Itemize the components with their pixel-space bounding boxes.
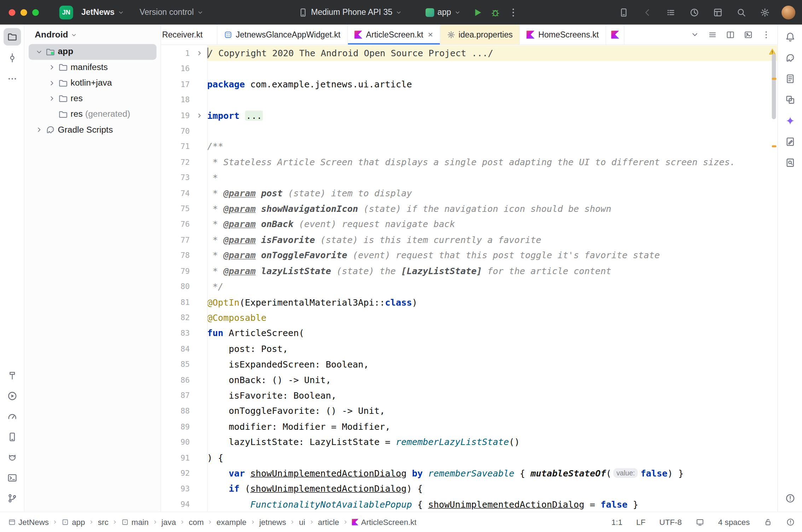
- logcat-cat-button[interactable]: [3, 449, 21, 466]
- line-number[interactable]: 92: [161, 466, 192, 481]
- close-window-button[interactable]: [9, 9, 16, 16]
- line-number[interactable]: 1: [161, 46, 192, 61]
- line-number[interactable]: 93: [161, 481, 192, 497]
- code-line-75[interactable]: 75 * @param showNavigationIcon (state) i…: [161, 201, 778, 217]
- hidden-tabs-chevron-icon[interactable]: [691, 30, 699, 39]
- code-line-88[interactable]: 88 onToggleFavorite: () -> Unit,: [161, 403, 778, 419]
- encoding-widget[interactable]: UTF-8: [659, 517, 682, 527]
- code-line-70[interactable]: 70: [161, 123, 778, 139]
- more-vertical-icon[interactable]: [762, 30, 771, 39]
- line-number[interactable]: 82: [161, 310, 192, 325]
- error-stripe-mark[interactable]: [772, 145, 777, 148]
- run-button[interactable]: [472, 7, 483, 18]
- tab-articlescreen-kt[interactable]: ArticleScreen.kt×: [348, 24, 440, 44]
- notifications-bell-button[interactable]: [781, 28, 798, 46]
- code-line-83[interactable]: 83fun ArticleScreen(: [161, 325, 778, 341]
- breadcrumb-example[interactable]: example: [216, 517, 246, 527]
- fold-arrow-icon[interactable]: [192, 46, 207, 61]
- zoom-window-button[interactable]: [32, 9, 39, 16]
- code-line-81[interactable]: 81@OptIn(ExperimentalMaterial3Api::class…: [161, 294, 778, 310]
- line-number[interactable]: 72: [161, 155, 192, 170]
- chevron-right-icon[interactable]: [48, 64, 56, 71]
- tree-item-res[interactable]: res (generated): [29, 106, 157, 122]
- scrollbar-thumb[interactable]: [772, 54, 776, 119]
- line-number[interactable]: 80: [161, 279, 192, 294]
- chevron-right-icon[interactable]: [48, 79, 56, 87]
- layout-inspector-icon[interactable]: [713, 7, 722, 17]
- code-line-82[interactable]: 82@Composable: [161, 310, 778, 325]
- gemini-sparkle-button[interactable]: [781, 112, 798, 129]
- close-tab-icon[interactable]: ×: [428, 30, 433, 39]
- line-number[interactable]: 84: [161, 341, 192, 357]
- line-number[interactable]: 78: [161, 248, 192, 263]
- code-line-74[interactable]: 74 * @param post (state) item to display: [161, 186, 778, 201]
- code-line-92[interactable]: 92 var showUnimplementedActionDialog by …: [161, 466, 778, 481]
- code-line-84[interactable]: 84 post: Post,: [161, 341, 778, 357]
- project-switcher[interactable]: JetNews: [77, 4, 128, 21]
- lock-icon[interactable]: [764, 518, 773, 527]
- line-number[interactable]: 77: [161, 232, 192, 248]
- code-line-79[interactable]: 79 * @param lazyListState (state) the [L…: [161, 263, 778, 279]
- git-branch-button[interactable]: [3, 490, 21, 507]
- tree-item-app[interactable]: app: [29, 44, 157, 59]
- reader-mode-icon[interactable]: [696, 518, 704, 527]
- running-devices-button[interactable]: [781, 133, 798, 150]
- todo-list-icon[interactable]: [666, 7, 675, 17]
- line-number[interactable]: 94: [161, 497, 192, 511]
- line-number[interactable]: 71: [161, 139, 192, 155]
- code-line-19[interactable]: 19import ...: [161, 108, 778, 123]
- user-avatar[interactable]: [781, 5, 795, 19]
- line-number[interactable]: 70: [161, 123, 192, 139]
- gradle-elephant-button[interactable]: [781, 49, 798, 66]
- code-line-86[interactable]: 86 onBack: () -> Unit,: [161, 372, 778, 388]
- back-arrow-icon[interactable]: [643, 7, 652, 17]
- line-number[interactable]: 88: [161, 403, 192, 419]
- terminal-button[interactable]: [3, 469, 21, 486]
- line-number[interactable]: 90: [161, 434, 192, 450]
- commit-button[interactable]: [3, 49, 21, 66]
- chevron-right-icon[interactable]: [35, 126, 43, 134]
- settings-gear-icon[interactable]: [760, 7, 769, 17]
- project-folder-button[interactable]: [3, 28, 21, 46]
- build-hammer-button[interactable]: [3, 367, 21, 384]
- profiler-icon[interactable]: [690, 7, 699, 17]
- line-number[interactable]: 79: [161, 263, 192, 279]
- breadcrumb-jetnews[interactable]: jetnews: [259, 517, 286, 527]
- debug-button[interactable]: [490, 7, 501, 18]
- tree-item-manifests[interactable]: manifests: [29, 60, 157, 75]
- image-preview-icon[interactable]: [744, 30, 753, 39]
- code-line-17[interactable]: 17package com.example.jetnews.ui.article: [161, 77, 778, 92]
- code-line-90[interactable]: 90 lazyListState: LazyListState = rememb…: [161, 434, 778, 450]
- run-circle-button[interactable]: [3, 387, 21, 405]
- code-line-73[interactable]: 73 *: [161, 170, 778, 186]
- line-number[interactable]: 87: [161, 388, 192, 403]
- tab-homescreens-kt[interactable]: HomeScreens.kt: [520, 24, 606, 44]
- resource-manager-button[interactable]: [781, 91, 798, 108]
- more-run-actions-icon[interactable]: [508, 7, 518, 18]
- search-icon[interactable]: [737, 7, 746, 17]
- indent-widget[interactable]: 4 spaces: [718, 517, 750, 527]
- line-number[interactable]: 18: [161, 92, 192, 108]
- code-line-16[interactable]: 16: [161, 61, 778, 77]
- code-editor[interactable]: 1/ Copyright 2020 The Android Open Sourc…: [161, 45, 778, 511]
- line-separator-widget[interactable]: LF: [636, 517, 645, 527]
- line-number[interactable]: 91: [161, 450, 192, 466]
- breadcrumb-articlescreen-kt[interactable]: ArticleScreen.kt: [352, 517, 417, 527]
- line-number[interactable]: 85: [161, 357, 192, 372]
- line-number[interactable]: 19: [161, 108, 192, 123]
- tab-idea-properties[interactable]: idea.properties: [440, 24, 520, 44]
- tree-item-res[interactable]: res: [29, 91, 157, 106]
- code-line-77[interactable]: 77 * @param isFavorite (state) is this i…: [161, 232, 778, 248]
- device-explorer-button[interactable]: [781, 70, 798, 87]
- line-number[interactable]: 17: [161, 77, 192, 92]
- tab-jetnewsglanceappwidget-kt[interactable]: JetnewsGlanceAppWidget.kt: [217, 24, 348, 44]
- code-line-80[interactable]: 80 */: [161, 279, 778, 294]
- chevron-down-icon[interactable]: [35, 48, 43, 56]
- code-line-91[interactable]: 91) {: [161, 450, 778, 466]
- breadcrumb-main[interactable]: main: [121, 517, 149, 527]
- breadcrumb-java[interactable]: java: [161, 517, 176, 527]
- line-number[interactable]: 73: [161, 170, 192, 186]
- problems-info-button[interactable]: [781, 490, 798, 507]
- breadcrumb-jetnews[interactable]: JetNews: [8, 517, 49, 527]
- notifications-alert-icon[interactable]: [786, 518, 795, 527]
